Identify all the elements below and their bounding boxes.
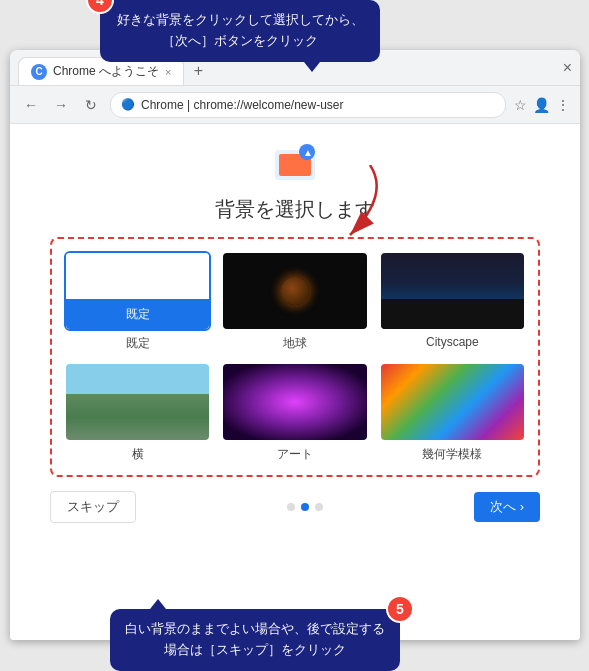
dot-1 — [287, 503, 295, 511]
callout-bottom-text: 白い背景のままでよい場合や、後で設定する場合は［スキップ］をクリック — [125, 621, 385, 657]
reload-button[interactable]: ↻ — [80, 94, 102, 116]
step-badge-4: 4 — [86, 0, 114, 14]
back-button[interactable]: ← — [20, 94, 42, 116]
bg-label-geometric: 幾何学模様 — [422, 446, 482, 463]
menu-icon[interactable]: ⋮ — [556, 97, 570, 113]
forward-button[interactable]: → — [50, 94, 72, 116]
dot-3 — [315, 503, 323, 511]
bg-item-earth[interactable]: 地球 — [221, 251, 368, 352]
callout-bottom: 5 白い背景のままでよい場合や、後で設定する場合は［スキップ］をクリック — [110, 609, 400, 671]
bg-label-art: アート — [277, 446, 313, 463]
bookmark-icon[interactable]: ☆ — [514, 97, 527, 113]
svg-text:▲: ▲ — [303, 147, 313, 158]
address-bar-actions: ☆ 👤 ⋮ — [514, 97, 570, 113]
url-text: Chrome | chrome://welcome/new-user — [141, 98, 344, 112]
bg-label-cityscape: Cityscape — [426, 335, 479, 349]
page-header-icon: ▲ — [271, 140, 319, 188]
skip-button[interactable]: スキップ — [50, 491, 136, 523]
background-grid: 既定 既定 地球 — [64, 251, 526, 463]
progress-dots — [287, 503, 323, 511]
bg-thumbnail-default[interactable]: 既定 — [64, 251, 211, 331]
tab-title: Chrome へようこそ — [53, 63, 159, 80]
bg-thumbnail-landscape[interactable] — [64, 362, 211, 442]
default-label: 既定 — [66, 299, 209, 329]
page-title: 背景を選択します — [215, 196, 375, 223]
bg-thumbnail-earth[interactable] — [221, 251, 368, 331]
dot-2 — [301, 503, 309, 511]
bg-label-default: 既定 — [126, 335, 150, 352]
bg-label-landscape: 横 — [132, 446, 144, 463]
bg-item-cityscape[interactable]: Cityscape — [379, 251, 526, 352]
bg-item-default[interactable]: 既定 既定 — [64, 251, 211, 352]
bg-label-earth: 地球 — [283, 335, 307, 352]
secure-icon: 🔵 — [121, 98, 135, 111]
tab-close-button[interactable]: × — [165, 66, 171, 78]
page-content: ▲ 背景を選択します 既定 既定 — [10, 124, 580, 640]
browser-window: Chrome へようこそ × + × ← → ↻ 🔵 Chrome | chro… — [10, 50, 580, 640]
earth-planet — [281, 277, 309, 305]
url-bar[interactable]: 🔵 Chrome | chrome://welcome/new-user — [110, 92, 506, 118]
bottom-nav: スキップ 次へ › — [50, 491, 540, 523]
next-button[interactable]: 次へ › — [474, 492, 540, 522]
bg-item-geometric[interactable]: 幾何学模様 — [379, 362, 526, 463]
account-icon[interactable]: 👤 — [533, 97, 550, 113]
callout-top-text: 好きな背景をクリックして選択してから、［次へ］ボタンをクリック — [117, 12, 364, 48]
bg-item-art[interactable]: アート — [221, 362, 368, 463]
callout-top: 4 好きな背景をクリックして選択してから、［次へ］ボタンをクリック — [100, 0, 380, 62]
background-grid-container: 既定 既定 地球 — [50, 237, 540, 477]
address-bar-area: ← → ↻ 🔵 Chrome | chrome://welcome/new-us… — [10, 86, 580, 124]
window-close-button[interactable]: × — [563, 59, 572, 77]
bg-item-landscape[interactable]: 横 — [64, 362, 211, 463]
bg-thumbnail-geometric[interactable] — [379, 362, 526, 442]
bg-thumbnail-cityscape[interactable] — [379, 251, 526, 331]
bg-thumbnail-art[interactable] — [221, 362, 368, 442]
chrome-favicon-icon — [31, 64, 47, 80]
